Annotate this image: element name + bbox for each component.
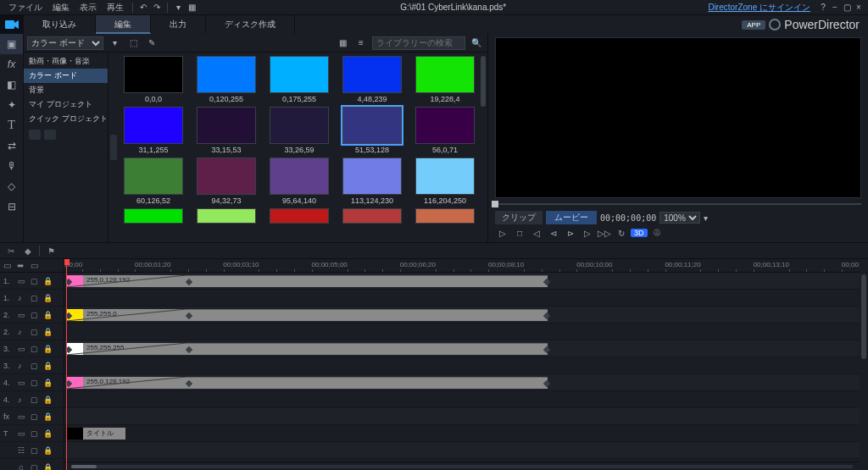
color-swatch[interactable]: 0,120,255 — [197, 56, 256, 103]
track-lane[interactable] — [64, 408, 860, 425]
help-icon[interactable]: ? — [817, 3, 829, 12]
cut-icon[interactable]: ✂ — [5, 245, 17, 257]
timeline-zoom-bar[interactable] — [64, 462, 860, 470]
track-lane[interactable] — [64, 391, 860, 408]
tree-tool-icon[interactable] — [44, 130, 56, 140]
track-menu-icon[interactable]: ▭ — [3, 261, 14, 271]
color-swatch[interactable]: 19,228,4 — [415, 56, 475, 103]
tab-disc[interactable]: ディスク作成 — [206, 15, 295, 34]
visibility-icon[interactable]: ▢ — [31, 294, 41, 302]
track-lane[interactable]: 255,255,255 — [64, 340, 860, 357]
menu-view[interactable]: 表示 — [75, 0, 102, 15]
dropdown-icon[interactable]: ▾ — [171, 2, 185, 14]
chevron-down-icon[interactable]: ▾ — [704, 213, 708, 223]
tab-capture[interactable]: 取り込み — [24, 15, 96, 34]
tree-grip[interactable] — [108, 53, 119, 242]
close-icon[interactable]: × — [853, 3, 865, 12]
track-lane[interactable] — [64, 442, 860, 459]
lock-icon[interactable]: 🔒 — [43, 328, 53, 336]
visibility-icon[interactable]: ▢ — [31, 463, 41, 471]
color-swatch[interactable]: 116,204,250 — [415, 158, 475, 205]
media-room-icon[interactable]: ▣ — [0, 34, 23, 54]
lock-icon[interactable]: 🔒 — [43, 362, 53, 370]
sort-icon[interactable]: ≡ — [353, 38, 369, 47]
track-header[interactable]: fx ▭ ▢ 🔒 — [0, 408, 64, 425]
particle-room-icon[interactable]: ✦ — [0, 95, 23, 115]
track-lane[interactable]: タイトル — [64, 425, 860, 442]
color-swatch[interactable]: 51,53,128 — [342, 107, 402, 154]
visibility-icon[interactable]: ▢ — [31, 446, 41, 455]
redo-icon[interactable]: ↷ — [150, 2, 164, 14]
minimize-icon[interactable]: − — [829, 3, 841, 12]
maximize-icon[interactable]: ▢ — [841, 3, 853, 12]
track-lane[interactable] — [64, 290, 860, 307]
color-swatch[interactable]: 60,126,52 — [124, 158, 183, 205]
track-header[interactable]: 4. ▭ ▢ 🔒 — [0, 374, 64, 391]
playhead[interactable] — [66, 259, 67, 470]
preview-screen[interactable] — [495, 37, 861, 198]
color-swatch[interactable] — [415, 208, 475, 225]
chevron-down-icon[interactable]: ▾ — [107, 38, 122, 47]
visibility-icon[interactable]: ▢ — [31, 277, 41, 285]
menu-play[interactable]: 再生 — [102, 0, 129, 15]
library-category-select[interactable]: カラー ボード — [27, 36, 103, 50]
track-link-icon[interactable]: ⬌ — [17, 261, 27, 271]
fx-room-icon[interactable]: fx — [0, 54, 23, 75]
color-swatch[interactable]: 113,124,230 — [342, 158, 402, 205]
color-swatch[interactable]: 56,0,71 — [415, 107, 475, 154]
track-fit-icon[interactable]: ▭ — [31, 261, 41, 271]
stop-icon[interactable]: □ — [512, 227, 527, 239]
color-swatch[interactable]: 31,1,255 — [124, 107, 183, 154]
settings-icon[interactable]: ▦ — [185, 2, 198, 14]
zoom-thumb[interactable] — [71, 465, 97, 468]
transition-room-icon[interactable]: ⇄ — [0, 135, 23, 156]
next-icon[interactable]: ▷ — [580, 227, 595, 239]
signin-link[interactable]: DirectorZone にサインイン — [708, 2, 810, 14]
keyframe-icon[interactable]: ◆ — [22, 245, 34, 257]
color-swatch[interactable]: 4,48,239 — [342, 56, 402, 103]
timeline-clip[interactable]: 255,255,255 — [66, 343, 548, 355]
tool-icon[interactable]: ✎ — [144, 38, 159, 47]
pip-room-icon[interactable]: ◧ — [0, 75, 23, 95]
menu-file[interactable]: ファイル — [3, 0, 47, 15]
step-back-icon[interactable]: ⊲ — [546, 227, 561, 239]
scroll-thumb[interactable] — [861, 274, 866, 359]
tree-tool-icon[interactable] — [29, 130, 41, 140]
visibility-icon[interactable]: ▢ — [31, 412, 41, 421]
track-header[interactable]: T ▭ ▢ 🔒 — [0, 425, 64, 442]
lock-icon[interactable]: 🔒 — [43, 463, 53, 471]
search-icon[interactable]: 🔍 — [469, 38, 484, 47]
visibility-icon[interactable]: ▢ — [31, 429, 41, 438]
color-swatch[interactable]: 95,64,140 — [270, 158, 329, 205]
timeline-vscrollbar[interactable] — [860, 259, 868, 470]
visibility-icon[interactable]: ▢ — [31, 379, 41, 387]
color-swatch[interactable] — [270, 208, 329, 225]
menu-edit[interactable]: 編集 — [47, 0, 75, 15]
marker-icon[interactable]: ⚑ — [45, 245, 57, 257]
color-swatch[interactable] — [342, 208, 402, 225]
track-header[interactable]: ☷ ▢ 🔒 — [0, 442, 64, 459]
3d-toggle[interactable]: 3D — [631, 229, 648, 237]
track-header[interactable]: ♫ ▢ 🔒 — [0, 459, 64, 470]
fast-fwd-icon[interactable]: ▷▷ — [597, 227, 612, 239]
track-header[interactable]: 3. ♪ ▢ 🔒 — [0, 357, 64, 374]
scroll-thumb[interactable] — [481, 56, 486, 107]
lock-icon[interactable]: 🔒 — [43, 429, 53, 438]
color-swatch[interactable]: 94,32,73 — [197, 158, 256, 205]
track-lane[interactable] — [64, 357, 860, 374]
import-icon[interactable]: ⬚ — [125, 38, 141, 47]
lock-icon[interactable]: 🔒 — [43, 395, 53, 404]
snapshot-icon[interactable]: ⦾ — [649, 227, 665, 239]
tree-background[interactable]: 背景 — [24, 83, 108, 97]
tree-myprojects[interactable]: マイ プロジェクト — [24, 97, 108, 112]
tree-colorboard[interactable]: カラー ボード — [24, 69, 108, 83]
lock-icon[interactable]: 🔒 — [43, 294, 53, 302]
color-swatch[interactable]: 33,26,59 — [270, 107, 329, 154]
time-ruler[interactable]: 00;00;00;0000;00;01;2000;00;03;1000;00;0… — [64, 259, 860, 273]
visibility-icon[interactable]: ▢ — [31, 311, 41, 319]
color-swatch[interactable] — [197, 208, 256, 225]
timeline-body[interactable]: 00;00;00;0000;00;01;2000;00;03;1000;00;0… — [64, 259, 860, 470]
grid-view-icon[interactable]: ▦ — [335, 38, 350, 47]
loop-icon[interactable]: ↻ — [614, 227, 629, 239]
visibility-icon[interactable]: ▢ — [31, 345, 41, 353]
